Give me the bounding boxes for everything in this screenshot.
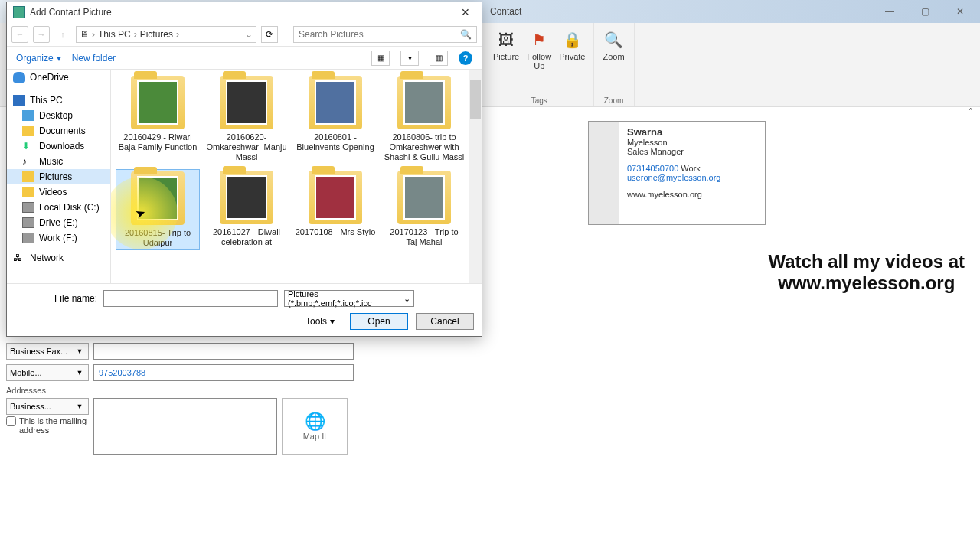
videos-icon xyxy=(22,187,34,197)
file-scrollbar[interactable] xyxy=(469,70,482,283)
folder-item[interactable]: 20161027 - Diwali celebration at xyxy=(204,169,289,250)
mailing-address-label: This is the mailing address xyxy=(19,416,89,435)
bg-close-icon[interactable]: ✕ xyxy=(943,3,977,20)
map-it-button[interactable]: 🌐 Map It xyxy=(282,398,348,455)
file-filter-combo[interactable]: Pictures (*.bmp;*.emf;*.ico;*.icc⌄ xyxy=(284,290,414,307)
folder-item[interactable]: 20160429 - Riwari Baja Family Function xyxy=(116,74,200,165)
tree-documents[interactable]: Documents xyxy=(7,123,110,139)
card-phone-label: Work xyxy=(681,164,700,173)
add-contact-picture-dialog: Add Contact Picture ✕ ← → ↑ 🖥 › This PC … xyxy=(6,2,482,337)
contact-photo-placeholder xyxy=(589,122,619,224)
new-folder-button[interactable]: New folder xyxy=(72,53,116,64)
open-button[interactable]: Open xyxy=(350,313,408,330)
dropdown-icon: ▼ xyxy=(74,347,85,355)
chevron-down-icon: ⌄ xyxy=(403,294,410,304)
music-icon: ♪ xyxy=(22,156,34,167)
address-textarea[interactable] xyxy=(93,398,277,455)
mobile-input[interactable] xyxy=(93,364,354,381)
business-fax-selector[interactable]: Business Fax...▼ xyxy=(6,343,89,360)
help-button[interactable]: ? xyxy=(459,51,472,65)
tree-thispc[interactable]: This PC xyxy=(7,93,110,108)
card-website: www.myelesson.org xyxy=(627,190,720,199)
preview-pane-button[interactable]: ▥ xyxy=(430,51,448,66)
mailing-address-checkbox[interactable] xyxy=(6,416,16,426)
tools-menu[interactable]: Tools ▾ xyxy=(305,316,335,327)
mobile-selector[interactable]: Mobile...▼ xyxy=(6,364,89,381)
tree-downloads[interactable]: ⬇Downloads xyxy=(7,139,110,154)
card-name: Swarna xyxy=(627,126,720,138)
card-phone: 07314050700 xyxy=(627,164,678,173)
card-title: Sales Manager xyxy=(627,147,720,156)
view-dropdown[interactable]: ▾ xyxy=(400,51,419,66)
bg-window-title: Contact xyxy=(490,6,521,17)
nav-up-button[interactable]: ↑ xyxy=(54,26,71,43)
folder-item[interactable]: 20160806- trip to Omkareshwer with Shash… xyxy=(382,74,466,165)
ribbon-private[interactable]: 🔒Private xyxy=(559,28,585,70)
cancel-button[interactable]: Cancel xyxy=(416,313,474,330)
tree-drivee[interactable]: Drive (E:) xyxy=(7,215,110,230)
card-company: Myelesson xyxy=(627,138,720,147)
drive-icon xyxy=(22,233,34,243)
folder-item[interactable]: 20160801 - Blueinvents Opening xyxy=(293,74,377,165)
tree-onedrive[interactable]: OneDrive xyxy=(7,70,110,85)
chevron-down-icon[interactable]: ⌄ xyxy=(245,29,253,40)
picture-icon: 🖼 xyxy=(494,28,518,52)
pc-icon xyxy=(13,95,25,106)
ribbon-zoom[interactable]: 🔍Zoom xyxy=(602,28,626,61)
chevron-down-icon: ▾ xyxy=(57,53,61,64)
dialog-titlebar: Add Contact Picture ✕ xyxy=(7,2,482,22)
dialog-close-button[interactable]: ✕ xyxy=(454,5,477,20)
tree-localc[interactable]: Local Disk (C:) xyxy=(7,200,110,215)
refresh-button[interactable]: ⟳ xyxy=(261,26,278,43)
ribbon-picture[interactable]: 🖼Picture xyxy=(493,28,519,70)
pc-icon: 🖥 xyxy=(80,29,89,40)
filename-label: File name: xyxy=(15,293,97,304)
dialog-icon xyxy=(13,6,25,18)
network-icon: 🖧 xyxy=(13,253,25,263)
address-type-selector[interactable]: Business...▼ xyxy=(6,398,89,415)
chevron-down-icon: ▾ xyxy=(330,316,335,327)
globe-icon: 🌐 xyxy=(305,412,325,432)
dialog-footer: File name: Pictures (*.bmp;*.emf;*.ico;*… xyxy=(7,283,482,336)
business-fax-input[interactable] xyxy=(93,343,354,360)
tree-videos[interactable]: Videos xyxy=(7,184,110,200)
breadcrumb[interactable]: 🖥 › This PC › Pictures › ⌄ xyxy=(76,26,256,43)
pictures-icon xyxy=(22,171,34,182)
nav-forward-button[interactable]: → xyxy=(33,26,50,43)
organize-menu[interactable]: Organize ▾ xyxy=(16,53,61,64)
tree-workf[interactable]: Work (F:) xyxy=(7,230,110,246)
dialog-navbar: ← → ↑ 🖥 › This PC › Pictures › ⌄ ⟳ 🔍 xyxy=(7,22,482,47)
search-box[interactable]: 🔍 xyxy=(293,26,477,43)
view-mode-button[interactable]: ▦ xyxy=(371,51,390,66)
zoom-icon: 🔍 xyxy=(602,28,626,52)
bg-maximize-icon[interactable]: ▢ xyxy=(908,3,942,20)
folder-item[interactable]: 20160620- Omkareshwar -Manju Massi xyxy=(204,74,289,165)
folder-item[interactable]: 20170108 - Mrs Stylo xyxy=(293,169,377,250)
dropdown-icon: ▼ xyxy=(74,403,85,410)
folder-tree[interactable]: OneDrive This PC Desktop Documents ⬇Down… xyxy=(7,70,111,283)
download-icon: ⬇ xyxy=(22,141,34,152)
file-list-pane[interactable]: ➤ 20160429 - Riwari Baja Family Function… xyxy=(111,70,482,283)
drive-icon xyxy=(22,217,34,228)
dropdown-icon: ▼ xyxy=(74,369,85,377)
tree-music[interactable]: ♪Music xyxy=(7,154,110,169)
filename-input[interactable] xyxy=(103,290,278,307)
tree-desktop[interactable]: Desktop xyxy=(7,108,110,123)
ribbon-group-zoom: Zoom xyxy=(604,96,624,105)
ribbon-followup[interactable]: ⚑Follow Up xyxy=(527,28,551,70)
addresses-label: Addresses xyxy=(6,386,381,395)
tree-network[interactable]: 🖧Network xyxy=(7,250,110,266)
tree-pictures[interactable]: Pictures xyxy=(7,169,110,184)
cloud-icon xyxy=(13,72,25,83)
nav-back-button[interactable]: ← xyxy=(11,26,28,43)
dialog-toolbar: Organize ▾ New folder ▦ ▾ ▥ ? xyxy=(7,47,482,70)
bg-minimize-icon[interactable]: — xyxy=(873,3,906,20)
ribbon-collapse-icon[interactable]: ˄ xyxy=(965,107,977,119)
folder-item-selected[interactable]: 20160815- Trip to Udaipur xyxy=(116,169,200,250)
search-icon: 🔍 xyxy=(460,29,472,40)
contact-business-card: Swarna Myelesson Sales Manager 073140507… xyxy=(588,121,766,225)
card-email: userone@myelesson.org xyxy=(627,173,720,182)
desktop-icon xyxy=(22,110,34,121)
search-input[interactable] xyxy=(299,29,460,40)
folder-item[interactable]: 20170123 - Trip to Taj Mahal xyxy=(382,169,466,250)
